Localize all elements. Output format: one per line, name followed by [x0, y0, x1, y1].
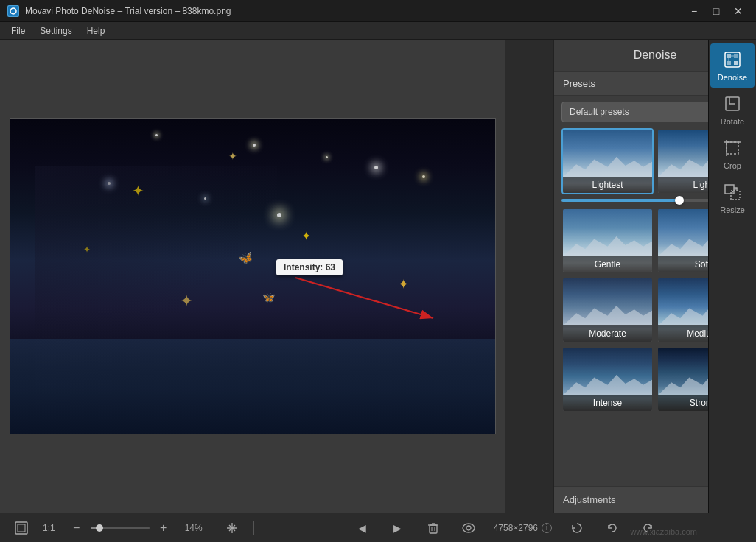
- preset-moderate[interactable]: Moderate: [561, 277, 654, 343]
- zoom-controls: − +: [66, 518, 174, 538]
- info-icon[interactable]: i: [542, 523, 552, 533]
- pan-tool[interactable]: [222, 518, 242, 538]
- zoom-slider[interactable]: [91, 527, 150, 529]
- menu-bar: File Settings Help: [0, 22, 756, 40]
- zoom-out-button[interactable]: −: [66, 518, 87, 538]
- svg-rect-20: [430, 525, 437, 533]
- zoom-percent: 14%: [185, 523, 211, 533]
- fit-button[interactable]: [11, 518, 32, 538]
- tool-crop-label: Crop: [724, 161, 741, 170]
- tool-resize[interactable]: Resize: [710, 176, 755, 220]
- preset-intense-label: Intense: [563, 395, 652, 411]
- bottom-bar: 1:1 − + 14% ◀ ▶: [0, 513, 756, 542]
- preset-lightest[interactable]: Lightest: [561, 128, 654, 194]
- close-button[interactable]: ✕: [728, 1, 749, 21]
- title-bar: Movavi Photo DeNoise – Trial version – 8…: [0, 0, 756, 22]
- zoom-ratio: 1:1: [43, 523, 55, 533]
- crop-icon: [722, 138, 743, 158]
- main-image: ✦ ✦ ✦ ✦ ✦ ✦ 🦋 🦋: [10, 118, 496, 434]
- presets-section-label: Presets: [563, 78, 595, 89]
- default-presets-label: Default presets: [570, 107, 629, 117]
- preset-moderate-label: Moderate: [563, 325, 652, 342]
- denoise-icon: [722, 49, 743, 70]
- menu-help[interactable]: Help: [80, 24, 113, 38]
- svg-rect-18: [15, 522, 27, 534]
- adjustments-label: Adjustments: [563, 494, 616, 505]
- image-dimensions: 4758×2796: [494, 523, 538, 533]
- svg-rect-19: [18, 524, 25, 532]
- view-button[interactable]: [458, 518, 479, 538]
- intensity-tooltip: Intensity: 63: [276, 259, 343, 275]
- menu-settings[interactable]: Settings: [32, 24, 79, 38]
- window-controls: − □ ✕: [684, 1, 749, 21]
- app-icon: [7, 5, 19, 17]
- image-info: 4758×2796 i: [494, 523, 552, 533]
- window-title: Movavi Photo DeNoise – Trial version – 8…: [25, 6, 684, 16]
- delete-button[interactable]: [423, 518, 444, 538]
- preset-intense[interactable]: Intense: [561, 346, 654, 412]
- tool-resize-label: Resize: [720, 205, 745, 214]
- resize-icon: [722, 182, 743, 203]
- svg-rect-5: [727, 54, 731, 58]
- preset-lightest-label: Lightest: [563, 177, 652, 193]
- tool-sidebar: Denoise Rotate Crop Resize: [708, 40, 756, 513]
- menu-file[interactable]: File: [4, 24, 32, 38]
- undo-button[interactable]: [602, 518, 623, 538]
- prev-button[interactable]: ◀: [352, 518, 373, 538]
- preset-gentle[interactable]: Gentle: [561, 208, 654, 274]
- rotate-icon: [722, 94, 743, 114]
- play-button[interactable]: ▶: [388, 518, 408, 538]
- svg-rect-8: [734, 61, 738, 65]
- intensity-slider-fill: [561, 199, 679, 202]
- svg-rect-6: [734, 54, 738, 58]
- minimize-button[interactable]: −: [684, 1, 704, 21]
- separator: [253, 521, 254, 535]
- svg-rect-7: [727, 61, 731, 65]
- tool-rotate[interactable]: Rotate: [710, 88, 755, 132]
- tool-denoise[interactable]: Denoise: [710, 43, 755, 88]
- watermark: www.xiazaiba.com: [631, 527, 697, 536]
- preset-gentle-label: Gentle: [563, 256, 652, 272]
- svg-rect-0: [8, 6, 18, 16]
- tool-rotate-label: Rotate: [721, 117, 744, 126]
- tool-denoise-label: Denoise: [718, 73, 747, 82]
- svg-rect-12: [727, 142, 738, 154]
- svg-point-25: [463, 524, 475, 532]
- intensity-slider-thumb[interactable]: [675, 196, 684, 205]
- canvas-area: ✦ ✦ ✦ ✦ ✦ ✦ 🦋 🦋 Intensity: 63: [0, 40, 505, 513]
- zoom-thumb[interactable]: [96, 524, 103, 532]
- maximize-button[interactable]: □: [706, 1, 727, 21]
- zoom-in-button[interactable]: +: [153, 518, 174, 538]
- tool-crop[interactable]: Crop: [710, 132, 755, 176]
- refresh-button[interactable]: [567, 518, 587, 538]
- svg-point-26: [466, 526, 471, 530]
